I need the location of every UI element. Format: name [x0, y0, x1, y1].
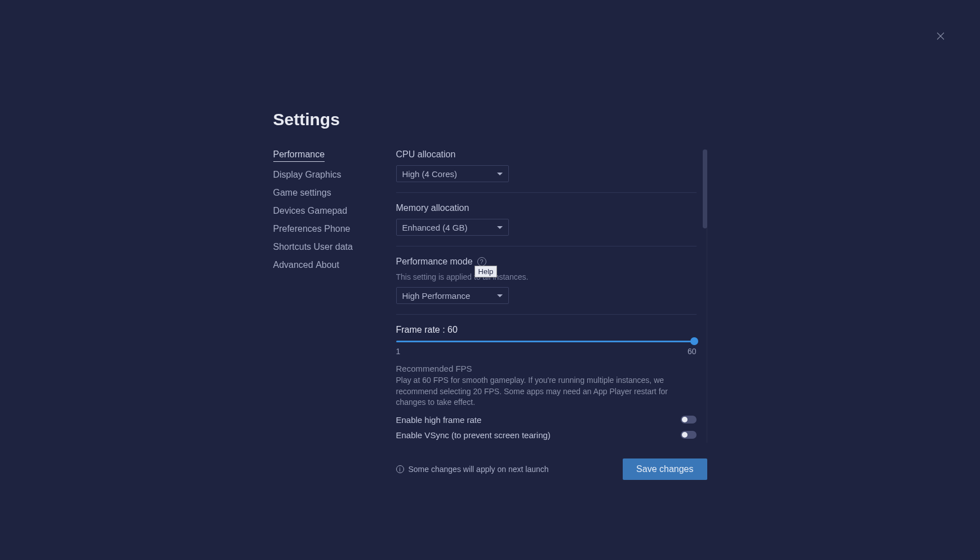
vsync-toggle[interactable]	[681, 431, 697, 439]
sidebar: Performance Display Graphics Game settin…	[273, 149, 357, 480]
slider-thumb[interactable]	[690, 337, 698, 345]
frame-rate-section: Frame rate : 60 1 60 Recommended FPS Pla…	[396, 325, 697, 443]
sidebar-item-display[interactable]: Display	[273, 170, 303, 180]
memory-select[interactable]: Enhanced (4 GB)	[396, 219, 509, 236]
help-icon[interactable]: ? Help	[477, 257, 486, 266]
sidebar-item-devices[interactable]: Devices	[273, 206, 305, 216]
sidebar-item-performance[interactable]: Performance	[273, 149, 325, 162]
cpu-section: CPU allocation High (4 Cores)	[396, 149, 697, 193]
info-icon: i	[396, 465, 404, 473]
sidebar-item-about[interactable]: About	[316, 260, 339, 270]
sidebar-item-gamepad[interactable]: Gamepad	[308, 206, 347, 216]
vsync-label: Enable VSync (to prevent screen tearing)	[396, 430, 551, 440]
scrollbar-thumb[interactable]	[703, 149, 707, 228]
sidebar-item-phone[interactable]: Phone	[324, 224, 350, 234]
restart-notice: i Some changes will apply on next launch	[396, 465, 549, 474]
sidebar-item-graphics[interactable]: Graphics	[305, 170, 341, 180]
perf-mode-select[interactable]: High Performance	[396, 287, 509, 304]
page-title: Settings	[273, 110, 707, 129]
perf-mode-label: Performance mode	[396, 257, 473, 267]
recommended-fps-title: Recommended FPS	[396, 364, 697, 373]
chevron-down-icon	[497, 173, 503, 175]
chevron-down-icon	[497, 294, 503, 297]
memory-label: Memory allocation	[396, 203, 697, 213]
chevron-down-icon	[497, 226, 503, 229]
cpu-select[interactable]: High (4 Cores)	[396, 165, 509, 182]
frame-rate-label: Frame rate : 60	[396, 325, 697, 335]
sidebar-item-shortcuts[interactable]: Shortcuts	[273, 242, 312, 252]
perf-mode-select-value: High Performance	[402, 291, 471, 301]
sidebar-item-user-data[interactable]: User data	[314, 242, 353, 252]
perf-mode-subtext: This setting is applied to all instances…	[396, 272, 697, 281]
frame-rate-slider[interactable]	[396, 341, 697, 342]
sidebar-item-game-settings[interactable]: Game settings	[273, 188, 331, 198]
help-tooltip: Help	[475, 266, 498, 277]
settings-panel: CPU allocation High (4 Cores) Memory all…	[396, 149, 707, 443]
cpu-select-value: High (4 Cores)	[402, 169, 458, 179]
sidebar-item-preferences[interactable]: Preferences	[273, 224, 322, 234]
perf-mode-section: Performance mode ? Help This setting is …	[396, 257, 697, 315]
high-frame-toggle[interactable]	[681, 416, 697, 424]
memory-section: Memory allocation Enhanced (4 GB)	[396, 203, 697, 246]
slider-max: 60	[688, 347, 697, 356]
memory-select-value: Enhanced (4 GB)	[402, 223, 468, 232]
slider-min: 1	[396, 347, 401, 356]
high-frame-label: Enable high frame rate	[396, 415, 482, 425]
close-icon	[935, 31, 946, 41]
cpu-label: CPU allocation	[396, 149, 697, 160]
sidebar-item-advanced[interactable]: Advanced	[273, 260, 313, 270]
close-button[interactable]	[935, 31, 949, 45]
recommended-fps-desc: Play at 60 FPS for smooth gameplay. If y…	[396, 375, 697, 408]
save-button[interactable]: Save changes	[623, 458, 707, 480]
